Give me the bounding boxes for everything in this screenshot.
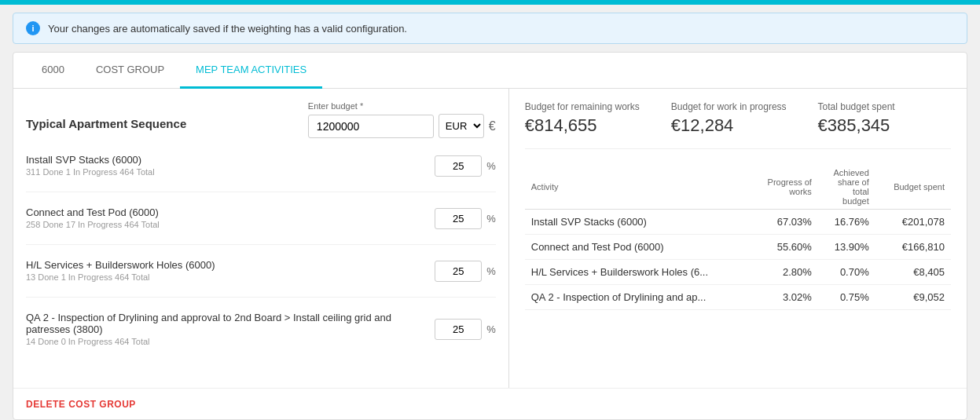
activity-name-main: Connect and Test Pod (6000) bbox=[26, 206, 435, 218]
table-cell-budget: €8,405 bbox=[875, 260, 951, 285]
table-header: Achievedshare oftotalbudget bbox=[818, 165, 875, 210]
table-cell-budget: €166,810 bbox=[875, 235, 951, 260]
activity-name: Install SVP Stacks (6000) 311 Done 1 In … bbox=[26, 154, 435, 177]
activity-weight: % bbox=[435, 155, 496, 177]
activity-item: Connect and Test Pod (6000) 258 Done 17 … bbox=[26, 206, 496, 245]
tabs: 6000 COST GROUP MEP TEAM ACTIVITIES bbox=[13, 53, 967, 89]
budget-input-row: EUR USD GBP € bbox=[308, 114, 496, 138]
activity-name: Connect and Test Pod (6000) 258 Done 17 … bbox=[26, 206, 435, 230]
budget-row: Typical Apartment Sequence Enter budget … bbox=[26, 101, 496, 138]
weight-input[interactable] bbox=[435, 261, 482, 282]
table-cell-progress: 3.02% bbox=[751, 285, 818, 310]
activity-item: Install SVP Stacks (6000) 311 Done 1 In … bbox=[26, 154, 496, 192]
table-header: Activity bbox=[525, 165, 751, 210]
activity-name-main: H/L Services + Builderswork Holes (6000) bbox=[26, 259, 435, 271]
weight-input[interactable] bbox=[435, 155, 482, 177]
right-panel: Budget for remaining works €814,655 Budg… bbox=[509, 89, 967, 388]
tab-6000[interactable]: 6000 bbox=[26, 53, 80, 89]
table-row: Connect and Test Pod (6000)55.60%13.90%€… bbox=[525, 235, 951, 260]
activity-name-sub: 13 Done 1 In Progress 464 Total bbox=[26, 272, 150, 282]
budget-summary-item: Budget for work in progress €12,284 bbox=[671, 101, 787, 136]
pct-symbol: % bbox=[486, 160, 496, 172]
table-cell-achieved: 16.76% bbox=[818, 210, 875, 235]
currency-select[interactable]: EUR USD GBP bbox=[439, 114, 484, 138]
table-cell-progress: 55.60% bbox=[751, 235, 818, 260]
content: Typical Apartment Sequence Enter budget … bbox=[13, 89, 967, 388]
activity-name: H/L Services + Builderswork Holes (6000)… bbox=[26, 259, 435, 283]
table-row: QA 2 - Inspection of Drylining and ap...… bbox=[525, 285, 951, 310]
table-cell-progress: 67.03% bbox=[751, 210, 818, 235]
budget-input-group: Enter budget * EUR USD GBP € bbox=[308, 101, 496, 138]
table-row: Install SVP Stacks (6000)67.03%16.76%€20… bbox=[525, 210, 951, 235]
activity-item: QA 2 - Inspection of Drylining and appro… bbox=[26, 312, 496, 361]
summary-value: €814,655 bbox=[525, 115, 640, 136]
activity-weight: % bbox=[435, 208, 496, 229]
budget-summary: Budget for remaining works €814,655 Budg… bbox=[525, 101, 951, 149]
activity-name-sub: 311 Done 1 In Progress 464 Total bbox=[26, 167, 155, 177]
summary-label: Total budget spent bbox=[818, 101, 895, 112]
table-cell-progress: 2.80% bbox=[751, 260, 818, 285]
activity-weight: % bbox=[435, 261, 496, 282]
currency-symbol: € bbox=[489, 119, 496, 133]
activity-name-main: QA 2 - Inspection of Drylining and appro… bbox=[26, 312, 435, 335]
info-icon: i bbox=[26, 21, 40, 35]
footer: DELETE COST GROUP bbox=[13, 388, 967, 419]
activity-name-sub: 14 Done 0 In Progress 464 Total bbox=[26, 337, 150, 346]
delete-cost-group-button[interactable]: DELETE COST GROUP bbox=[26, 399, 136, 410]
info-banner: i Your changes are automatically saved i… bbox=[13, 13, 967, 44]
budget-summary-item: Total budget spent €385,345 bbox=[818, 101, 895, 136]
left-panel: Typical Apartment Sequence Enter budget … bbox=[13, 89, 509, 388]
summary-label: Budget for work in progress bbox=[671, 101, 787, 112]
table-cell-activity: Connect and Test Pod (6000) bbox=[525, 235, 751, 260]
table-cell-achieved: 0.75% bbox=[818, 285, 875, 310]
pct-symbol: % bbox=[486, 323, 496, 335]
pct-symbol: % bbox=[486, 265, 496, 277]
table-row: H/L Services + Builderswork Holes (6...2… bbox=[525, 260, 951, 285]
summary-label: Budget for remaining works bbox=[525, 101, 640, 112]
budget-summary-item: Budget for remaining works €814,655 bbox=[525, 101, 640, 136]
budget-input-label: Enter budget * bbox=[308, 101, 496, 111]
table-cell-achieved: 13.90% bbox=[818, 235, 875, 260]
tab-cost-group[interactable]: COST GROUP bbox=[80, 53, 180, 89]
table-cell-achieved: 0.70% bbox=[818, 260, 875, 285]
tab-mep-team[interactable]: MEP TEAM ACTIVITIES bbox=[180, 53, 322, 89]
table-cell-activity: H/L Services + Builderswork Holes (6... bbox=[525, 260, 751, 285]
top-bar bbox=[0, 0, 980, 5]
table-cell-budget: €9,052 bbox=[875, 285, 951, 310]
table-cell-activity: Install SVP Stacks (6000) bbox=[525, 210, 751, 235]
table-header: Progress ofworks bbox=[751, 165, 818, 210]
table-header: Budget spent bbox=[875, 165, 951, 210]
weight-input[interactable] bbox=[435, 208, 482, 229]
table-cell-budget: €201,078 bbox=[875, 210, 951, 235]
table-cell-activity: QA 2 - Inspection of Drylining and ap... bbox=[525, 285, 751, 310]
activity-name-sub: 258 Done 17 In Progress 464 Total bbox=[26, 220, 160, 229]
main-card: 6000 COST GROUP MEP TEAM ACTIVITIES Typi… bbox=[13, 52, 967, 420]
activity-weight: % bbox=[435, 319, 496, 340]
summary-value: €12,284 bbox=[671, 115, 787, 136]
activity-name: QA 2 - Inspection of Drylining and appro… bbox=[26, 312, 435, 347]
summary-value: €385,345 bbox=[818, 115, 895, 136]
activity-item: H/L Services + Builderswork Holes (6000)… bbox=[26, 259, 496, 298]
activities-table: ActivityProgress ofworksAchievedshare of… bbox=[525, 165, 951, 310]
pct-symbol: % bbox=[486, 213, 496, 225]
weight-input[interactable] bbox=[435, 319, 482, 340]
budget-input[interactable] bbox=[308, 115, 434, 138]
sequence-label: Typical Apartment Sequence bbox=[26, 101, 295, 130]
banner-text: Your changes are automatically saved if … bbox=[48, 23, 407, 35]
activity-name-main: Install SVP Stacks (6000) bbox=[26, 154, 435, 166]
activities-list: Install SVP Stacks (6000) 311 Done 1 In … bbox=[26, 154, 496, 361]
